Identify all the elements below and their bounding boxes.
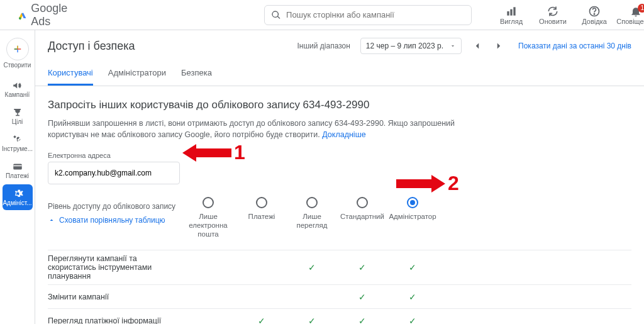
svg-rect-1 xyxy=(507,11,509,16)
invite-heading: Запросіть інших користувачів до обліково… xyxy=(48,99,631,111)
permission-cell: ✓ xyxy=(387,292,438,302)
permission-row: Перегляд платіжної інформації✓✓✓✓ xyxy=(48,308,631,324)
permission-cell xyxy=(287,292,337,302)
invite-description: Прийнявши запрошення в листі, вони отрим… xyxy=(48,118,488,140)
tools-icon xyxy=(12,134,23,145)
refresh-button[interactable]: Оновити xyxy=(533,5,572,25)
access-level-billing[interactable]: Платежі xyxy=(236,197,287,238)
radio-standard[interactable] xyxy=(357,197,368,208)
svg-rect-3 xyxy=(513,7,515,15)
permission-row: Переглянути кампанії та скористатись інс… xyxy=(48,250,631,284)
permission-cell: ✓ xyxy=(287,262,337,272)
last-30-days-link[interactable]: Показати дані за останні 30 днів xyxy=(518,42,631,50)
product-name: Google Ads xyxy=(31,2,72,28)
access-level-admin[interactable]: Адміністратор xyxy=(387,197,438,238)
help-icon xyxy=(588,5,601,18)
radio-read_only[interactable] xyxy=(306,197,318,208)
access-level-radios: Лише електронна поштаПлатежіЛише перегля… xyxy=(180,197,631,238)
radio-billing[interactable] xyxy=(256,197,267,208)
permission-cell xyxy=(180,316,236,325)
megaphone-icon xyxy=(12,80,23,91)
main-content: Доступ і безпека Інший діапазон 12 чер –… xyxy=(35,30,644,324)
email-input-wrapper[interactable] xyxy=(48,162,180,184)
permission-label: Змінити кампанії xyxy=(48,293,180,301)
permission-cell xyxy=(180,292,236,302)
permission-cell: ✓ xyxy=(337,262,387,272)
date-range-picker[interactable]: 12 чер – 9 лип 2023 р. xyxy=(360,38,462,54)
access-level-email_only[interactable]: Лише електронна пошта xyxy=(180,197,236,238)
plus-icon xyxy=(12,43,23,55)
tab-users[interactable]: Користувачі xyxy=(48,62,93,86)
svg-rect-2 xyxy=(510,9,512,15)
trophy-icon xyxy=(12,107,23,118)
date-prev[interactable] xyxy=(472,40,483,52)
range-type-label: Інший діапазон xyxy=(297,42,350,50)
permission-cell xyxy=(236,262,287,272)
search-box[interactable] xyxy=(264,5,472,25)
permission-cell xyxy=(180,262,236,272)
radio-email_only[interactable] xyxy=(203,197,214,208)
product-logo[interactable]: Google Ads xyxy=(18,2,72,28)
permission-cell: ✓ xyxy=(337,316,387,325)
access-level-standard[interactable]: Стандартний xyxy=(337,197,387,238)
left-nav: Створити Кампанії Цілі Інструме... Плате… xyxy=(0,30,35,324)
view-button[interactable]: Вигляд xyxy=(492,5,531,25)
svg-point-0 xyxy=(19,17,21,20)
card-icon xyxy=(12,161,23,172)
header-actions: Вигляд Оновити Довідка 1 Сповіщення xyxy=(492,5,644,25)
refresh-icon xyxy=(547,5,559,18)
svg-point-5 xyxy=(594,13,594,14)
sidebar-item-goals[interactable]: Цілі xyxy=(3,103,33,129)
permission-cell: ✓ xyxy=(287,316,337,325)
learn-more-link[interactable]: Докладніше xyxy=(322,130,365,139)
sidebar-item-admin[interactable]: Адмініст... xyxy=(3,184,33,210)
permission-cell: ✓ xyxy=(236,316,287,325)
ads-logo-icon xyxy=(18,8,27,22)
page-title: Доступ і безпека xyxy=(48,40,135,53)
sidebar-item-billing[interactable]: Платежі xyxy=(3,157,33,183)
email-field[interactable] xyxy=(55,169,173,177)
radio-admin[interactable] xyxy=(407,197,418,208)
sidebar-item-campaigns[interactable]: Кампанії xyxy=(3,76,33,102)
bars-icon xyxy=(505,5,518,18)
gear-icon xyxy=(12,188,23,199)
caret-down-icon xyxy=(450,43,456,49)
permission-label: Перегляд платіжної інформації xyxy=(48,316,180,325)
help-button[interactable]: Довідка xyxy=(575,5,614,25)
svg-rect-6 xyxy=(13,164,22,170)
notification-badge: 1 xyxy=(638,4,644,13)
permissions-table: Переглянути кампанії та скористатись інс… xyxy=(48,250,631,324)
notifications-button[interactable]: 1 Сповіщення xyxy=(616,5,644,25)
search-icon xyxy=(271,10,281,20)
access-level-read_only[interactable]: Лише перегляд xyxy=(287,197,337,238)
email-field-label: Електронна адреса xyxy=(48,152,631,159)
permission-row: Змінити кампанії✓✓ xyxy=(48,284,631,308)
chevron-up-icon xyxy=(48,216,55,224)
sidebar-item-tools[interactable]: Інструме... xyxy=(3,130,33,156)
svg-rect-7 xyxy=(13,165,22,167)
permission-cell: ✓ xyxy=(337,292,387,302)
tab-security[interactable]: Безпека xyxy=(181,62,212,86)
permission-cell: ✓ xyxy=(387,316,438,325)
search-input[interactable] xyxy=(286,10,465,20)
date-next[interactable] xyxy=(493,40,504,52)
app-header: Google Ads Вигляд Оновити Довідка 1 Спов… xyxy=(0,0,644,30)
permission-cell: ✓ xyxy=(387,262,438,272)
tabs: Користувачі Адміністратори Безпека xyxy=(35,62,644,86)
permission-label: Переглянути кампанії та скористатись інс… xyxy=(48,254,180,281)
create-button[interactable]: Створити xyxy=(3,34,33,72)
tab-managers[interactable]: Адміністратори xyxy=(108,62,166,86)
permission-cell xyxy=(236,292,287,302)
